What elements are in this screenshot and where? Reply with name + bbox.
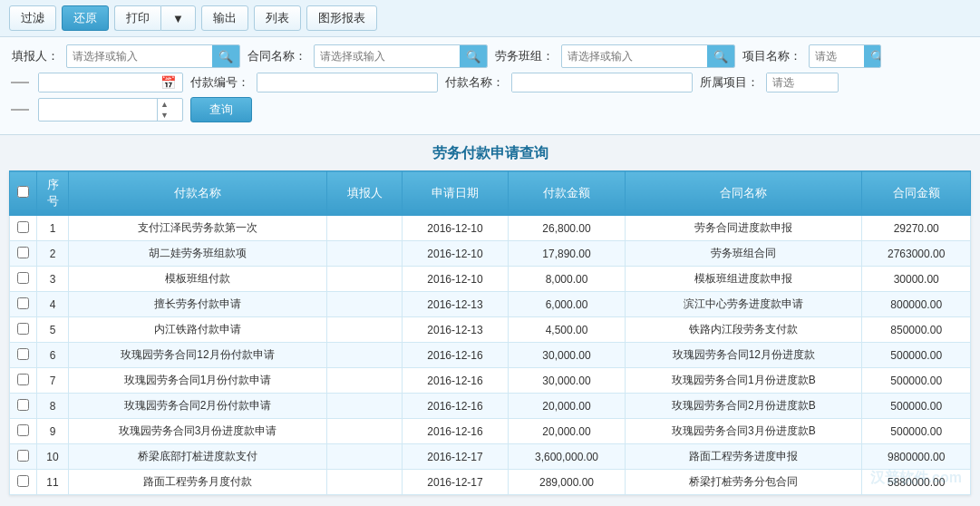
row-date: 2016-12-13 <box>403 317 509 343</box>
row-name[interactable]: 玫瑰园劳务合同1月份付款申请 <box>69 368 327 394</box>
payment-name-input[interactable] <box>512 73 675 92</box>
row-contract[interactable]: 玫瑰园劳务合同3月份进度款B <box>626 419 862 444</box>
row-name[interactable]: 胡二娃劳务班组款项 <box>69 241 327 267</box>
date-from-input[interactable] <box>39 73 157 92</box>
row-date: 2016-12-17 <box>403 470 509 495</box>
reset-button[interactable]: 还原 <box>62 5 109 31</box>
row-name[interactable]: 路面工程劳务月度付款 <box>69 470 327 495</box>
row-checkbox-cell[interactable] <box>10 419 37 444</box>
row-contract[interactable]: 桥梁打桩劳务分包合同 <box>626 470 862 495</box>
labor-input[interactable] <box>562 47 707 65</box>
row-checkbox[interactable] <box>17 374 29 385</box>
filter-button[interactable]: 过滤 <box>9 5 56 31</box>
number-input[interactable] <box>39 101 157 119</box>
row-date: 2016-12-10 <box>403 241 509 267</box>
table-row: 9 玫瑰园劳务合同3月份进度款申请 2016-12-16 20,000.00 玫… <box>10 419 971 444</box>
row-checkbox-cell[interactable] <box>10 216 37 241</box>
row-contract-amount: 2763000.00 <box>862 241 971 267</box>
row-name[interactable]: 擅长劳务付款申请 <box>69 292 327 317</box>
row-contract[interactable]: 玫瑰园劳务合同1月份进度款B <box>626 368 862 394</box>
header-reporter: 填报人 <box>326 171 402 216</box>
contract-label: 合同名称： <box>247 48 306 64</box>
print-dropdown-button[interactable]: ▼ <box>160 5 196 31</box>
row-name[interactable]: 模板班组付款 <box>69 267 327 292</box>
filter-row-3: ▲ ▼ 查询 <box>9 97 971 122</box>
row-checkbox[interactable] <box>17 348 29 360</box>
row-date: 2016-12-16 <box>403 419 509 444</box>
filter-row-2: 📅 付款编号： 付款名称： 所属项目： <box>9 73 971 92</box>
row-checkbox-cell[interactable] <box>10 241 37 267</box>
row-name[interactable]: 支付江泽民劳务款第一次 <box>69 216 327 241</box>
header-seq: 序号 <box>37 171 69 216</box>
row-contract[interactable]: 路面工程劳务进度申报 <box>626 444 862 470</box>
row-date: 2016-12-10 <box>403 267 509 292</box>
payment-name-label: 付款名称： <box>445 74 504 91</box>
divider-1 <box>11 82 29 83</box>
row-checkbox[interactable] <box>17 297 29 309</box>
row-checkbox[interactable] <box>17 272 29 284</box>
row-checkbox[interactable] <box>17 424 29 436</box>
row-checkbox[interactable] <box>17 475 29 487</box>
row-reporter <box>326 444 402 470</box>
row-name[interactable]: 玫瑰园劳务合同12月份付款申请 <box>69 343 327 368</box>
row-checkbox-cell[interactable] <box>10 317 37 343</box>
table-row: 2 胡二娃劳务班组款项 2016-12-10 17,890.00 劳务班组合同 … <box>10 241 971 267</box>
row-seq: 2 <box>37 241 69 267</box>
reporter-search-btn[interactable]: 🔍 <box>212 45 239 67</box>
row-checkbox[interactable] <box>17 323 29 335</box>
print-button[interactable]: 打印 <box>114 5 160 31</box>
project-search-btn[interactable]: 🔍 <box>864 45 881 67</box>
select-all-checkbox[interactable] <box>17 186 29 198</box>
payment-name-wrap <box>511 73 693 92</box>
row-contract[interactable]: 玫瑰园劳务合同12月份进度款 <box>626 343 862 368</box>
row-reporter <box>326 317 402 343</box>
belong-project-wrap <box>766 73 839 92</box>
spin-up-btn[interactable]: ▲ <box>158 99 171 110</box>
table-row: 1 支付江泽民劳务款第一次 2016-12-10 26,800.00 劳务合同进… <box>10 216 971 241</box>
row-contract[interactable]: 模板班组进度款申报 <box>626 267 862 292</box>
row-checkbox-cell[interactable] <box>10 292 37 317</box>
row-checkbox-cell[interactable] <box>10 267 37 292</box>
payment-code-input[interactable] <box>257 73 421 92</box>
spin-down-btn[interactable]: ▼ <box>158 110 171 121</box>
row-seq: 3 <box>37 267 69 292</box>
row-contract[interactable]: 玫瑰园劳务合同2月份进度款B <box>626 394 862 419</box>
row-checkbox-cell[interactable] <box>10 444 37 470</box>
row-name[interactable]: 玫瑰园劳务合同3月份进度款申请 <box>69 419 327 444</box>
contract-input[interactable] <box>315 47 460 65</box>
row-contract[interactable]: 滨江中心劳务进度款申请 <box>626 292 862 317</box>
project-input[interactable] <box>810 47 864 65</box>
row-checkbox[interactable] <box>17 399 29 411</box>
row-name[interactable]: 玫瑰园劳务合同2月份付款申请 <box>69 394 327 419</box>
header-checkbox[interactable] <box>10 171 37 216</box>
row-contract[interactable]: 劳务班组合同 <box>626 241 862 267</box>
row-checkbox[interactable] <box>17 247 29 258</box>
row-name[interactable]: 内江铁路付款申请 <box>69 317 327 343</box>
query-button[interactable]: 查询 <box>190 97 252 122</box>
row-name[interactable]: 桥梁底部打桩进度款支付 <box>69 444 327 470</box>
table-button[interactable]: 列表 <box>254 5 301 31</box>
row-checkbox[interactable] <box>17 221 29 233</box>
row-checkbox[interactable] <box>17 450 29 462</box>
reporter-label: 填报人： <box>9 48 59 64</box>
row-checkbox-cell[interactable] <box>10 343 37 368</box>
header-name: 付款名称 <box>69 171 327 216</box>
row-checkbox-cell[interactable] <box>10 470 37 495</box>
row-contract[interactable]: 铁路内江段劳务支付款 <box>626 317 862 343</box>
print-group: 打印 ▼ <box>114 5 196 31</box>
row-contract[interactable]: 劳务合同进度款申报 <box>626 216 862 241</box>
labor-search-btn[interactable]: 🔍 <box>707 45 734 67</box>
table-row: 11 路面工程劳务月度付款 2016-12-17 289,000.00 桥梁打桩… <box>10 470 971 495</box>
table-row: 3 模板班组付款 2016-12-10 8,000.00 模板班组进度款申报 3… <box>10 267 971 292</box>
date-from-calendar-btn[interactable]: 📅 <box>157 75 180 90</box>
reporter-input[interactable] <box>67 47 212 65</box>
belong-project-input[interactable] <box>767 73 821 92</box>
chart-button[interactable]: 图形报表 <box>306 5 377 31</box>
contract-search-btn[interactable]: 🔍 <box>460 45 487 67</box>
row-checkbox-cell[interactable] <box>10 394 37 419</box>
row-amount: 17,890.00 <box>508 241 625 267</box>
row-date: 2016-12-16 <box>403 368 509 394</box>
export-button[interactable]: 输出 <box>201 5 248 31</box>
row-checkbox-cell[interactable] <box>10 368 37 394</box>
row-seq: 6 <box>37 343 69 368</box>
